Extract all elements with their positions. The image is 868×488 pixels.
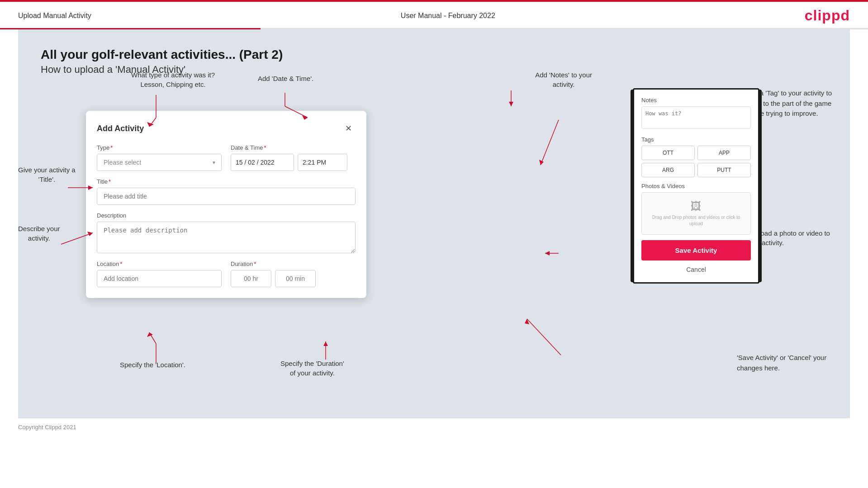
add-activity-modal: Add Activity ✕ Type* Please select Date … (86, 111, 366, 298)
description-label: Description (97, 212, 356, 219)
type-select-wrapper: Please select (97, 154, 222, 171)
top-bar: Upload Manual Activity User Manual - Feb… (0, 2, 868, 29)
title-label: Title* (97, 178, 356, 185)
type-select[interactable]: Please select (97, 154, 222, 171)
time-input[interactable] (298, 154, 347, 171)
annotation-duration: Specify the 'Duration'of your activity. (280, 359, 344, 378)
footer: Copyright Clippd 2021 (0, 418, 868, 436)
notes-label: Notes (641, 97, 751, 104)
top-bar-center: User Manual - February 2022 (401, 12, 495, 20)
svg-marker-14 (323, 341, 328, 346)
notes-textarea[interactable] (641, 106, 751, 129)
cancel-link[interactable]: Cancel (641, 264, 751, 275)
datetime-group: Date & Time* (231, 144, 356, 171)
annotation-location: Specify the 'Location'. (120, 361, 185, 369)
description-group: Description (97, 212, 356, 253)
location-label: Location* (97, 261, 222, 267)
main-content: All your golf-relevant activities... (Pa… (18, 29, 850, 418)
type-datetime-row: Type* Please select Date & Time* (97, 144, 356, 171)
title-input[interactable] (97, 188, 356, 205)
annotation-save: 'Save Activity' or 'Cancel' your changes… (737, 353, 836, 373)
svg-marker-18 (539, 160, 544, 165)
photo-upload-area[interactable]: 🖼 Drag and Drop photos and videos or cli… (641, 192, 751, 235)
copyright-text: Copyright Clippd 2021 (18, 424, 76, 431)
svg-marker-22 (525, 319, 529, 324)
description-textarea[interactable] (97, 222, 356, 253)
modal-header: Add Activity ✕ (97, 122, 356, 135)
svg-marker-20 (545, 251, 550, 256)
title-group: Title* (97, 178, 356, 205)
location-input[interactable] (97, 270, 222, 287)
duration-inputs (231, 270, 356, 287)
svg-marker-12 (147, 332, 153, 337)
annotation-type: What type of activity was it?Lesson, Chi… (131, 70, 215, 89)
modal-title: Add Activity (97, 124, 144, 133)
tags-grid: OTT APP ARG PUTT (641, 146, 751, 177)
save-activity-button[interactable]: Save Activity (641, 240, 751, 261)
phone-panel: Notes Tags OTT APP ARG PUTT Photos & Vid… (633, 88, 759, 284)
phone-screen: Notes Tags OTT APP ARG PUTT Photos & Vid… (633, 88, 759, 284)
datetime-label: Date & Time* (231, 144, 356, 151)
notes-section: Notes (641, 97, 751, 131)
svg-line-21 (527, 319, 561, 355)
tag-arg[interactable]: ARG (641, 163, 695, 177)
date-time-inputs (231, 154, 356, 171)
photo-icon: 🖼 (691, 200, 702, 213)
tag-app[interactable]: APP (697, 146, 751, 160)
tags-label: Tags (641, 136, 751, 143)
type-group: Type* Please select (97, 144, 222, 171)
duration-min-input[interactable] (275, 270, 316, 287)
location-duration-row: Location* Duration* (97, 261, 356, 287)
annotation-upload: Upload a photo or video to the activity. (750, 228, 841, 247)
annotation-title: Give your activity a'Title'. (18, 165, 76, 184)
tag-ott[interactable]: OTT (641, 146, 695, 160)
svg-marker-16 (509, 102, 513, 106)
duration-hr-input[interactable] (231, 270, 271, 287)
modal-close-button[interactable]: ✕ (342, 122, 356, 135)
annotation-description: Describe youractivity. (18, 224, 60, 243)
svg-line-17 (541, 120, 559, 165)
top-bar-left: Upload Manual Activity (18, 12, 91, 20)
location-group: Location* (97, 261, 222, 287)
photos-section: Photos & Videos 🖼 Drag and Drop photos a… (641, 183, 751, 235)
svg-line-11 (149, 332, 156, 344)
photos-label: Photos & Videos (641, 183, 751, 190)
type-label: Type* (97, 144, 222, 151)
tags-section: Tags OTT APP ARG PUTT (641, 136, 751, 177)
page-title: All your golf-relevant activities... (Pa… (41, 47, 827, 62)
photo-upload-text: Drag and Drop photos and videos or click… (649, 214, 743, 227)
duration-label: Duration* (231, 261, 356, 267)
annotation-notes: Add 'Notes' to youractivity. (535, 70, 592, 89)
annotation-datetime: Add 'Date & Time'. (258, 75, 313, 82)
date-input[interactable] (231, 154, 294, 171)
duration-group: Duration* (231, 261, 356, 287)
logo: clippd (805, 7, 850, 24)
tag-putt[interactable]: PUTT (697, 163, 751, 177)
